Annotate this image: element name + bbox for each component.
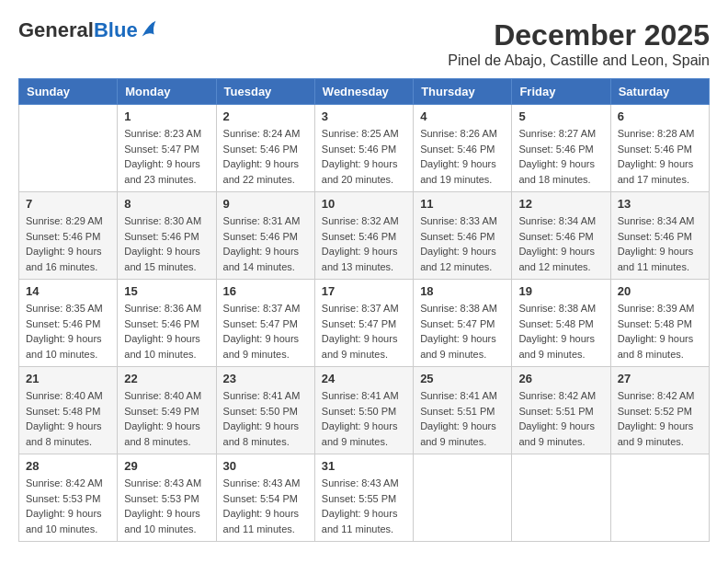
calendar-week-row: 21Sunrise: 8:40 AMSunset: 5:48 PMDayligh… [19,367,710,454]
calendar-cell: 11Sunrise: 8:33 AMSunset: 5:46 PMDayligh… [414,192,512,280]
day-info: Sunrise: 8:42 AMSunset: 5:53 PMDaylight:… [26,476,110,536]
weekday-header-thursday: Thursday [414,79,512,105]
day-number: 14 [26,284,110,298]
day-info: Sunrise: 8:41 AMSunset: 5:51 PMDaylight:… [420,388,505,449]
logo-bird-icon [140,19,158,41]
day-info: Sunrise: 8:39 AMSunset: 5:48 PMDaylight:… [618,301,702,362]
day-info: Sunrise: 8:43 AMSunset: 5:55 PMDaylight:… [322,476,406,536]
day-number: 25 [420,372,505,385]
day-number: 8 [124,197,209,211]
day-info: Sunrise: 8:37 AMSunset: 5:47 PMDaylight:… [223,301,308,362]
day-info: Sunrise: 8:38 AMSunset: 5:48 PMDaylight:… [518,301,603,362]
calendar-cell: 14Sunrise: 8:35 AMSunset: 5:46 PMDayligh… [19,280,118,367]
day-info: Sunrise: 8:43 AMSunset: 5:53 PMDaylight:… [124,476,209,536]
calendar-cell: 20Sunrise: 8:39 AMSunset: 5:48 PMDayligh… [610,280,709,367]
calendar-cell: 29Sunrise: 8:43 AMSunset: 5:53 PMDayligh… [118,454,216,542]
logo-blue-text: Blue [94,18,138,41]
day-number: 1 [124,109,209,123]
calendar-cell [610,454,709,542]
day-number: 3 [322,109,406,123]
calendar-cell: 7Sunrise: 8:29 AMSunset: 5:46 PMDaylight… [19,192,118,280]
day-number: 2 [223,109,308,123]
calendar-cell: 12Sunrise: 8:34 AMSunset: 5:46 PMDayligh… [512,192,610,280]
day-number: 20 [618,284,702,298]
calendar-week-row: 1Sunrise: 8:23 AMSunset: 5:47 PMDaylight… [19,105,710,192]
calendar-cell: 22Sunrise: 8:40 AMSunset: 5:49 PMDayligh… [118,367,216,454]
calendar-cell: 18Sunrise: 8:38 AMSunset: 5:47 PMDayligh… [414,280,512,367]
day-info: Sunrise: 8:29 AMSunset: 5:46 PMDaylight:… [26,213,110,274]
calendar-cell: 15Sunrise: 8:36 AMSunset: 5:46 PMDayligh… [118,280,216,367]
calendar-cell: 24Sunrise: 8:41 AMSunset: 5:50 PMDayligh… [314,367,413,454]
title-block: December 2025 Pinel de Abajo, Castille a… [448,18,710,69]
day-info: Sunrise: 8:41 AMSunset: 5:50 PMDaylight:… [223,388,308,449]
location-title: Pinel de Abajo, Castille and Leon, Spain [448,52,710,69]
day-info: Sunrise: 8:31 AMSunset: 5:46 PMDaylight:… [223,213,308,274]
day-number: 27 [618,372,702,385]
weekday-header-sunday: Sunday [19,79,118,105]
day-number: 30 [223,459,308,473]
day-number: 12 [518,197,603,211]
calendar-cell: 26Sunrise: 8:42 AMSunset: 5:51 PMDayligh… [512,367,610,454]
day-number: 15 [124,284,209,298]
day-info: Sunrise: 8:43 AMSunset: 5:54 PMDaylight:… [223,476,308,536]
day-info: Sunrise: 8:33 AMSunset: 5:46 PMDaylight:… [420,213,505,274]
calendar-week-row: 28Sunrise: 8:42 AMSunset: 5:53 PMDayligh… [19,454,710,542]
calendar-cell: 23Sunrise: 8:41 AMSunset: 5:50 PMDayligh… [216,367,314,454]
day-info: Sunrise: 8:41 AMSunset: 5:50 PMDaylight:… [322,388,406,449]
calendar-cell: 31Sunrise: 8:43 AMSunset: 5:55 PMDayligh… [314,454,413,542]
calendar-cell: 8Sunrise: 8:30 AMSunset: 5:46 PMDaylight… [118,192,216,280]
calendar-cell: 19Sunrise: 8:38 AMSunset: 5:48 PMDayligh… [512,280,610,367]
calendar-cell: 27Sunrise: 8:42 AMSunset: 5:52 PMDayligh… [610,367,709,454]
day-number: 18 [420,284,505,298]
day-info: Sunrise: 8:40 AMSunset: 5:48 PMDaylight:… [26,388,110,449]
day-info: Sunrise: 8:34 AMSunset: 5:46 PMDaylight:… [518,213,603,274]
day-info: Sunrise: 8:32 AMSunset: 5:46 PMDaylight:… [322,213,406,274]
day-number: 6 [618,109,702,123]
day-number: 4 [420,109,505,123]
calendar-cell: 21Sunrise: 8:40 AMSunset: 5:48 PMDayligh… [19,367,118,454]
calendar-cell [19,105,118,192]
day-info: Sunrise: 8:35 AMSunset: 5:46 PMDaylight:… [26,301,110,362]
calendar-cell: 4Sunrise: 8:26 AMSunset: 5:46 PMDaylight… [414,105,512,192]
day-info: Sunrise: 8:36 AMSunset: 5:46 PMDaylight:… [124,301,209,362]
logo: GeneralBlue [18,18,158,42]
weekday-header-friday: Friday [512,79,610,105]
calendar-cell: 1Sunrise: 8:23 AMSunset: 5:47 PMDaylight… [118,105,216,192]
month-title: December 2025 [448,18,710,52]
day-number: 26 [518,372,603,385]
day-info: Sunrise: 8:42 AMSunset: 5:52 PMDaylight:… [618,388,702,449]
day-info: Sunrise: 8:28 AMSunset: 5:46 PMDaylight:… [618,126,702,187]
calendar-cell: 28Sunrise: 8:42 AMSunset: 5:53 PMDayligh… [19,454,118,542]
weekday-header-tuesday: Tuesday [216,79,314,105]
day-info: Sunrise: 8:24 AMSunset: 5:46 PMDaylight:… [223,126,308,187]
day-info: Sunrise: 8:37 AMSunset: 5:47 PMDaylight:… [322,301,406,362]
calendar-cell: 9Sunrise: 8:31 AMSunset: 5:46 PMDaylight… [216,192,314,280]
calendar-cell: 3Sunrise: 8:25 AMSunset: 5:46 PMDaylight… [314,105,413,192]
day-info: Sunrise: 8:23 AMSunset: 5:47 PMDaylight:… [124,126,209,187]
calendar-cell: 2Sunrise: 8:24 AMSunset: 5:46 PMDaylight… [216,105,314,192]
day-number: 9 [223,197,308,211]
day-info: Sunrise: 8:26 AMSunset: 5:46 PMDaylight:… [420,126,505,187]
day-number: 19 [518,284,603,298]
weekday-header-monday: Monday [118,79,216,105]
day-info: Sunrise: 8:38 AMSunset: 5:47 PMDaylight:… [420,301,505,362]
calendar-cell [512,454,610,542]
day-number: 17 [322,284,406,298]
day-number: 11 [420,197,505,211]
day-number: 7 [26,197,110,211]
calendar-cell: 5Sunrise: 8:27 AMSunset: 5:46 PMDaylight… [512,105,610,192]
calendar-cell: 17Sunrise: 8:37 AMSunset: 5:47 PMDayligh… [314,280,413,367]
logo-general-text: General [18,18,94,41]
day-number: 21 [26,372,110,385]
day-info: Sunrise: 8:27 AMSunset: 5:46 PMDaylight:… [518,126,603,187]
day-number: 22 [124,372,209,385]
calendar-header-row: SundayMondayTuesdayWednesdayThursdayFrid… [19,79,710,105]
calendar-cell: 6Sunrise: 8:28 AMSunset: 5:46 PMDaylight… [610,105,709,192]
day-info: Sunrise: 8:42 AMSunset: 5:51 PMDaylight:… [518,388,603,449]
page-header: GeneralBlue December 2025 Pinel de Abajo… [18,18,710,69]
calendar-cell: 30Sunrise: 8:43 AMSunset: 5:54 PMDayligh… [216,454,314,542]
day-number: 16 [223,284,308,298]
day-number: 31 [322,459,406,473]
day-number: 13 [618,197,702,211]
calendar-cell: 25Sunrise: 8:41 AMSunset: 5:51 PMDayligh… [414,367,512,454]
